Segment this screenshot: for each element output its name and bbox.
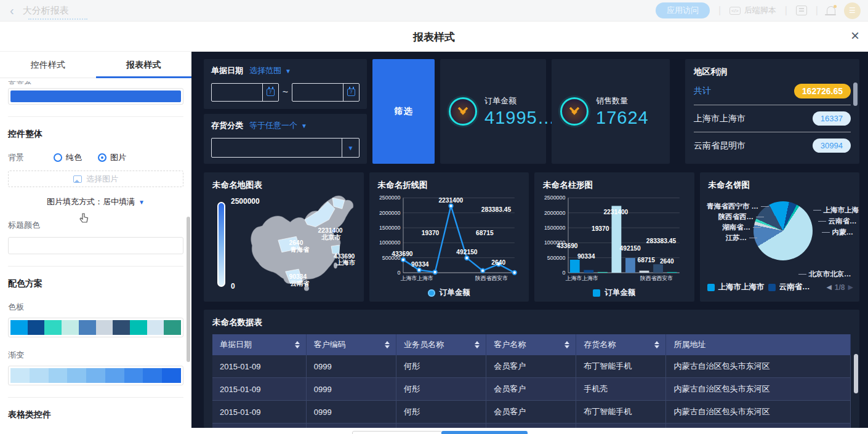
date-start-input[interactable]: 7 (211, 83, 279, 102)
table-scrollbar[interactable] (854, 354, 858, 393)
panel-scrollbar[interactable] (187, 217, 190, 362)
date-end-input[interactable]: 7 (292, 83, 360, 102)
table-cell: 会员客户 (486, 355, 576, 378)
column-header-1[interactable]: 单据日期 (212, 334, 306, 355)
legend-marker (593, 289, 600, 297)
palette-strip[interactable] (8, 318, 183, 337)
svg-text:283383.45: 283383.45 (646, 238, 677, 244)
svg-text:68715: 68715 (638, 257, 656, 263)
map-name: 上海市 (336, 259, 356, 266)
gradient-step (10, 368, 30, 383)
data-table: 单据日期客户编码业务员名称客户名称存货名称所属地址 2015-01-090999… (212, 334, 851, 428)
table-cell: 内蒙古自治区包头市东河区 (666, 424, 851, 428)
column-header-2[interactable]: 客户编码 (306, 334, 396, 355)
kpi-gauge-icon (560, 97, 589, 126)
back-icon[interactable]: ‹ (10, 4, 14, 18)
divider (8, 116, 183, 117)
region-row: 共计162726.65 (694, 78, 851, 105)
app-title: 大分析报表 (23, 5, 69, 17)
legend-page-indicator: 1/8 (835, 283, 845, 292)
map-value: 2640 (289, 239, 303, 246)
kpi-card-sales-qty: 销售数量 17624 (552, 59, 670, 164)
gradient-step (143, 368, 162, 383)
svg-text:2231400: 2231400 (603, 209, 628, 215)
backend-script-button[interactable]: </> 后端脚本 (729, 5, 776, 16)
map-chart-card: 未命名地图表 2500000 0 264 (204, 172, 364, 302)
pie-slice-label: 内蒙… (822, 228, 854, 237)
column-header-3[interactable]: 业务员名称 (396, 334, 486, 355)
app-topbar: ‹ 大分析报表 应用访问 | </> 后端脚本 | | ☰ (0, 0, 868, 22)
line-chart-card: 未命名折线图 250000020000001500000100000050000… (369, 172, 529, 302)
map-chart-title: 未命名地图表 (212, 180, 355, 191)
palette-swatch (130, 320, 147, 335)
region-list: 共计162726.65上海市上海市16337云南省昆明市30994 (694, 78, 851, 159)
svg-text:2231400: 2231400 (438, 197, 463, 204)
sort-icon[interactable] (295, 341, 300, 348)
app-access-button[interactable]: 应用访问 (656, 2, 710, 18)
notification-bell-icon[interactable] (827, 6, 835, 15)
divider: | (718, 5, 721, 16)
line-chart-legend[interactable]: 订单金额 (378, 287, 521, 298)
image-fill-mode-dropdown[interactable]: 图片填充方式：居中填满▼ (8, 196, 183, 207)
kpi-card-order-amount: 订单金额 41995… (440, 59, 546, 164)
column-header-4[interactable]: 客户名称 (486, 334, 576, 355)
chevron-down-icon: ▼ (301, 123, 307, 129)
avatar[interactable]: ☰ (844, 2, 861, 19)
column-header-5[interactable]: 存货名称 (576, 334, 666, 355)
title-color-input[interactable] (8, 237, 183, 254)
category-select[interactable]: ▼ (211, 138, 360, 158)
legend-prev-arrow[interactable]: ◀ (826, 283, 831, 291)
close-icon[interactable]: × (851, 28, 859, 43)
table-cell: 内蒙古自治区包头市东河区 (666, 378, 851, 401)
svg-text:2000000: 2000000 (379, 209, 400, 215)
table-cell: 0999 (306, 401, 396, 424)
gradient-strip[interactable] (8, 366, 183, 385)
title-underline-dots (28, 18, 87, 20)
confirm-button[interactable] (441, 431, 528, 434)
radio-image[interactable]: 图片 (98, 152, 126, 163)
gradient-step (30, 368, 49, 383)
calendar-icon[interactable]: 7 (343, 84, 359, 101)
gradient-step (49, 368, 68, 383)
sort-icon[interactable] (475, 341, 480, 348)
svg-text:2500000: 2500000 (379, 195, 400, 201)
sort-icon[interactable] (654, 341, 659, 348)
contact-icon[interactable] (796, 6, 807, 15)
date-range-dropdown[interactable]: 选择范围▼ (249, 65, 291, 76)
bar-chart: 25000002000000150000010000005000000上海市上海… (543, 191, 686, 284)
chevron-down-icon: ▼ (342, 139, 359, 157)
bar-chart-legend[interactable]: 订单金额 (543, 287, 686, 298)
region-label: 共计 (694, 86, 711, 97)
tab-widget-style[interactable]: 控件样式 (0, 52, 96, 78)
sort-icon[interactable] (565, 341, 569, 348)
legend-next-arrow[interactable]: ▶ (848, 283, 853, 291)
table-cell: 布丁智能手机 (576, 401, 666, 424)
data-table-card: 未命名数据表 单据日期客户编码业务员名称客户名称存货名称所属地址 2015-01… (204, 310, 859, 428)
kpi-gauge-icon (449, 97, 477, 126)
cancel-button[interactable] (352, 431, 442, 434)
region-row: 云南省昆明市30994 (694, 132, 851, 159)
radio-solid-color[interactable]: 纯色 (54, 152, 82, 163)
legend-label[interactable]: 上海市上海市 (718, 282, 765, 292)
legend-min: 0 (231, 282, 235, 291)
highlight-color-swatch[interactable] (8, 88, 183, 105)
filter-button[interactable]: 筛选 (372, 59, 435, 164)
choose-image-button[interactable]: 选择图片 (8, 171, 183, 187)
legend-label[interactable]: 云南省… (779, 282, 810, 292)
calendar-icon[interactable]: 7 (262, 84, 278, 101)
category-op-dropdown[interactable]: 等于任意一个▼ (249, 120, 307, 131)
pie-chart-title: 未命名饼图 (709, 180, 851, 191)
svg-text:2000000: 2000000 (544, 209, 565, 215)
svg-text:0: 0 (397, 270, 400, 276)
kpi-label: 订单金额 (484, 95, 556, 106)
style-settings-panel: 控件样式 报表样式 高亮色 控件整体 背景 纯色 图片 (0, 52, 191, 434)
date-filter-card: 单据日期 选择范围▼ 7 ~ 7 (204, 59, 367, 109)
table-cell: 0999 (306, 378, 396, 401)
region-scrollbar[interactable] (853, 82, 858, 106)
pie-slice-label: 云南省… (818, 217, 857, 226)
sort-icon[interactable] (385, 341, 390, 348)
legend-marker (428, 289, 435, 297)
svg-text:2500000: 2500000 (544, 195, 565, 201)
tab-report-style[interactable]: 报表样式 (96, 52, 192, 78)
divider (8, 266, 183, 267)
